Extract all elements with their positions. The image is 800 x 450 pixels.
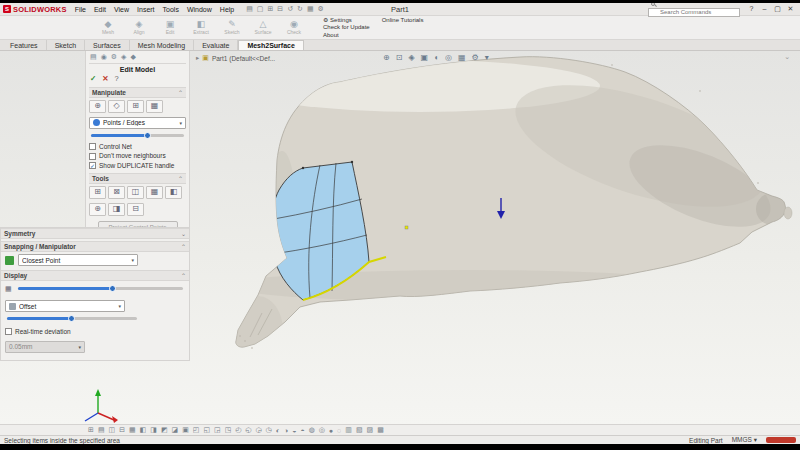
influence-slider[interactable]: [91, 134, 184, 137]
tools-section-header[interactable]: Tools ⌃: [89, 173, 186, 184]
quick-toolbar-icon[interactable]: ↺: [287, 5, 293, 13]
toolbar-icon[interactable]: ▨: [367, 426, 374, 434]
manipulate-mode-button[interactable]: ◇: [108, 100, 125, 113]
quick-toolbar-icon[interactable]: ▦: [307, 5, 314, 13]
selection-filter-dropdown[interactable]: Points / Edges ▾: [89, 117, 186, 129]
toolbar-icon[interactable]: ◱: [203, 426, 210, 434]
quick-toolbar-icon[interactable]: ⊞: [267, 5, 273, 13]
tab-features[interactable]: Features: [2, 40, 47, 50]
display-section-header[interactable]: Display ⌃: [1, 270, 189, 281]
tab-evaluate[interactable]: Evaluate: [194, 40, 238, 50]
toolbar-icon[interactable]: ◲: [214, 426, 221, 434]
manipulate-mode-button[interactable]: ⊞: [127, 100, 144, 113]
ribbon-button[interactable]: ◧ Extract: [188, 20, 214, 35]
quick-toolbar-icon[interactable]: ▢: [257, 5, 264, 13]
manipulate-mode-button[interactable]: ▦: [146, 100, 163, 113]
propertymanager-tab-icon[interactable]: ⚙: [111, 53, 117, 61]
toolbar-icon[interactable]: ◶: [255, 426, 261, 434]
toolbar-icon[interactable]: ◑: [284, 427, 288, 434]
toolbar-icon[interactable]: ◪: [172, 426, 179, 434]
propertymanager-tab-icon[interactable]: ◈: [121, 53, 126, 61]
realtime-deviation-checkbox[interactable]: Real-time deviation: [1, 327, 189, 337]
tab-sketch[interactable]: Sketch: [47, 40, 85, 50]
toolbar-icon[interactable]: ▧: [356, 426, 363, 434]
menu-item[interactable]: View: [114, 6, 129, 13]
menu-item[interactable]: Insert: [137, 6, 155, 13]
units-dropdown[interactable]: MMGS ▾: [732, 436, 757, 444]
tool-button[interactable]: ◨: [108, 203, 125, 216]
propertymanager-tab-icon[interactable]: ▤: [90, 53, 97, 61]
toolbar-icon[interactable]: ◧: [140, 426, 147, 434]
toolbar-icon[interactable]: ◌: [337, 427, 341, 434]
toolbar-icon[interactable]: ◓: [300, 427, 304, 434]
control-net-checkbox[interactable]: Control Net: [89, 142, 186, 152]
close-button[interactable]: ✕: [784, 5, 797, 13]
search-input[interactable]: [648, 8, 740, 17]
menu-item[interactable]: Tools: [163, 6, 179, 13]
view-tool-icon[interactable]: ⊕: [383, 53, 390, 62]
toolbar-icon[interactable]: ◐: [276, 427, 280, 434]
dont-move-neighbours-checkbox[interactable]: Don't move neighbours: [89, 151, 186, 161]
quick-toolbar-icon[interactable]: ⚙: [318, 5, 324, 13]
online-tutorials-link[interactable]: Online Tutorials: [382, 17, 424, 24]
ok-button[interactable]: ✓: [90, 75, 96, 83]
tool-button[interactable]: ⊞: [89, 186, 106, 199]
snapping-section-header[interactable]: Snapping / Manipulator ⌃: [1, 241, 189, 252]
mesh-transparency-slider[interactable]: [18, 287, 183, 290]
toolbar-icon[interactable]: ▣: [182, 426, 189, 434]
ribbon-button[interactable]: △ Surface: [250, 20, 276, 35]
tool-button[interactable]: ▦: [146, 186, 163, 199]
view-tool-icon[interactable]: ⚙: [472, 53, 479, 62]
offset-dropdown[interactable]: Offset ▾: [5, 300, 125, 312]
tab-mesh2surface[interactable]: Mesh2Surface: [238, 40, 303, 50]
ribbon-button[interactable]: ◉ Check: [281, 20, 307, 35]
toolbar-icon[interactable]: ◰: [193, 426, 200, 434]
ribbon-button[interactable]: ▣ Edit: [157, 20, 183, 35]
tool-button[interactable]: ⊕: [89, 203, 106, 216]
symmetry-section-header[interactable]: Symmetry ⌄: [1, 228, 189, 239]
toolbar-icon[interactable]: ▦: [129, 426, 136, 434]
menu-item[interactable]: Edit: [94, 6, 106, 13]
toolbar-icon[interactable]: ◒: [292, 427, 296, 434]
toolbar-icon[interactable]: ●: [329, 427, 333, 434]
tool-button[interactable]: ◧: [165, 186, 182, 199]
toolbar-icon[interactable]: ◵: [245, 426, 251, 434]
menu-item[interactable]: File: [75, 6, 86, 13]
viewport-corner-chevron-icon[interactable]: ⌄: [784, 53, 790, 61]
toolbar-icon[interactable]: ◩: [161, 426, 168, 434]
view-tool-icon[interactable]: ◈: [408, 53, 414, 62]
check-update-link[interactable]: Check for Update: [323, 24, 370, 31]
menu-item[interactable]: Help: [220, 6, 234, 13]
toolbar-icon[interactable]: ◴: [235, 426, 241, 434]
offset-slider[interactable]: [7, 317, 137, 320]
settings-link[interactable]: ⚙ Settings: [323, 17, 370, 24]
toolbar-icon[interactable]: ▤: [98, 426, 105, 434]
show-duplicate-handle-checkbox[interactable]: ✓ Show DUPLICATE handle: [89, 161, 186, 171]
minimize-button[interactable]: –: [758, 5, 771, 13]
snap-mode-dropdown[interactable]: Closest Point ▾: [18, 254, 138, 266]
propertymanager-tab-icon[interactable]: ◉: [101, 53, 107, 61]
view-tool-icon[interactable]: ▦: [458, 53, 466, 62]
toolbar-icon[interactable]: ⊟: [119, 426, 125, 434]
toolbar-icon[interactable]: ◎: [319, 426, 325, 434]
toolbar-icon[interactable]: ◳: [225, 426, 232, 434]
quick-toolbar-icon[interactable]: ⊟: [277, 5, 283, 13]
view-tool-icon[interactable]: ▣: [421, 53, 429, 62]
cancel-button[interactable]: ✕: [102, 75, 108, 83]
toolbar-icon[interactable]: ▥: [345, 426, 352, 434]
help-button[interactable]: ?: [745, 5, 758, 13]
ribbon-button[interactable]: ✎ Sketch: [219, 20, 245, 35]
toolbar-icon[interactable]: ◨: [150, 426, 157, 434]
tool-button[interactable]: ⊠: [108, 186, 125, 199]
tab-surfaces[interactable]: Surfaces: [85, 40, 130, 50]
view-tool-icon[interactable]: ⊡: [396, 53, 403, 62]
panel-help-button[interactable]: ?: [115, 75, 119, 83]
ribbon-button[interactable]: ◈ Align: [126, 20, 152, 35]
toolbar-icon[interactable]: ◫: [109, 426, 116, 434]
feature-tree-item[interactable]: ▸ ▣ Part1 (Default<<Def...: [196, 54, 275, 62]
toolbar-icon[interactable]: ◍: [309, 426, 315, 434]
view-tool-icon[interactable]: ◎: [445, 53, 452, 62]
toolbar-icon[interactable]: ▩: [377, 426, 384, 434]
propertymanager-tab-icon[interactable]: ◆: [130, 53, 135, 61]
toolbar-icon[interactable]: ◷: [266, 426, 272, 434]
